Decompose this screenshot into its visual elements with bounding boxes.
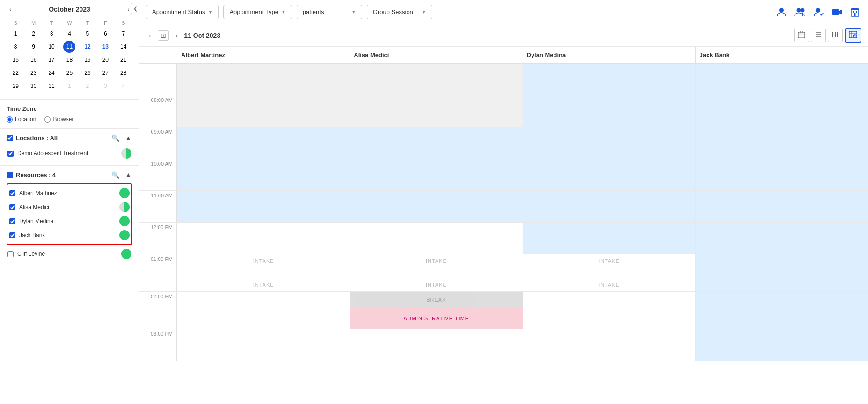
- group-session-dropdown[interactable]: Group Session ▼: [367, 5, 432, 19]
- schedule-cell[interactable]: [695, 254, 868, 291]
- cal-prev-btn[interactable]: ‹: [7, 5, 15, 14]
- cal-day[interactable]: 10: [45, 41, 58, 53]
- cal-day[interactable]: 21: [117, 54, 130, 66]
- schedule-cell[interactable]: [177, 329, 350, 361]
- schedule-cell[interactable]: INTAKE INTAKE: [177, 254, 350, 291]
- resource-checkbox-dylan[interactable]: [9, 218, 15, 224]
- schedule-cell[interactable]: [695, 64, 868, 95]
- cal-day[interactable]: 6: [99, 28, 111, 40]
- resource-checkbox-jack[interactable]: [9, 232, 15, 238]
- video-btn[interactable]: [830, 6, 845, 18]
- location-checkbox[interactable]: [7, 151, 14, 157]
- view-calendar-btn[interactable]: [794, 29, 809, 42]
- schedule-cell[interactable]: [177, 191, 350, 222]
- schedule-cell[interactable]: [177, 95, 350, 127]
- cal-day[interactable]: 1: [9, 28, 22, 40]
- schedule-cell[interactable]: [350, 191, 522, 222]
- cal-day-today[interactable]: 11: [63, 41, 75, 53]
- cal-day[interactable]: 12: [81, 41, 94, 53]
- resources-search-btn[interactable]: 🔍: [110, 170, 120, 180]
- cal-day[interactable]: 29: [9, 80, 22, 92]
- cal-day[interactable]: 7: [117, 28, 130, 40]
- multi-user-btn[interactable]: [792, 6, 808, 19]
- building-btn[interactable]: [848, 6, 861, 19]
- schedule-cell[interactable]: INTAKE INTAKE: [350, 254, 522, 291]
- schedule-cell[interactable]: INTAKE INTAKE: [523, 254, 695, 291]
- cal-day[interactable]: 19: [81, 54, 94, 66]
- schedule-cell[interactable]: [177, 64, 350, 95]
- view-columns-btn[interactable]: [828, 29, 843, 42]
- schedule-cell[interactable]: [695, 191, 868, 222]
- schedule-grid-btn[interactable]: ⊞: [158, 30, 169, 41]
- cal-day[interactable]: 5: [81, 28, 94, 40]
- cal-day[interactable]: 24: [45, 67, 58, 79]
- cal-day[interactable]: 25: [63, 67, 75, 79]
- single-user-btn[interactable]: [774, 6, 788, 19]
- user-check-btn[interactable]: [812, 6, 826, 19]
- cal-day[interactable]: 17: [45, 54, 58, 66]
- schedule-cell[interactable]: [523, 329, 695, 361]
- schedule-cell[interactable]: [695, 127, 868, 159]
- cal-day[interactable]: 4: [63, 28, 75, 40]
- schedule-cell[interactable]: [523, 159, 695, 190]
- schedule-cell[interactable]: [523, 191, 695, 222]
- cal-day[interactable]: 28: [117, 67, 130, 79]
- cal-day[interactable]: 13: [99, 41, 111, 53]
- appointment-status-dropdown[interactable]: Appointment Status ▼: [146, 5, 219, 19]
- cal-day-other[interactable]: 4: [117, 80, 130, 92]
- schedule-cell[interactable]: [695, 292, 868, 329]
- cal-day[interactable]: 14: [117, 41, 130, 53]
- resource-checkbox-albert[interactable]: [9, 190, 15, 196]
- schedule-cell[interactable]: [523, 95, 695, 127]
- timezone-location-option[interactable]: Location: [7, 116, 36, 123]
- cal-day[interactable]: 30: [28, 80, 40, 92]
- schedule-prev-btn[interactable]: ‹: [146, 31, 154, 40]
- schedule-cell[interactable]: [177, 127, 350, 159]
- schedule-cell[interactable]: [695, 223, 868, 254]
- schedule-cell[interactable]: [350, 329, 522, 361]
- schedule-cell[interactable]: [523, 64, 695, 95]
- locations-search-btn[interactable]: 🔍: [110, 133, 120, 143]
- schedule-cell[interactable]: [695, 95, 868, 127]
- view-list-btn[interactable]: [811, 29, 826, 42]
- view-schedule-btn[interactable]: [845, 28, 861, 43]
- cal-day[interactable]: 3: [45, 28, 58, 40]
- schedule-cell[interactable]: [177, 159, 350, 190]
- schedule-cell[interactable]: [523, 127, 695, 159]
- timezone-browser-option[interactable]: Browser: [44, 116, 73, 123]
- schedule-next-btn[interactable]: ›: [173, 31, 181, 40]
- schedule-cell[interactable]: [350, 64, 522, 95]
- schedule-cell[interactable]: [350, 95, 522, 127]
- schedule-cell[interactable]: [695, 159, 868, 190]
- cal-day[interactable]: 8: [9, 41, 22, 53]
- cal-day[interactable]: 9: [28, 41, 40, 53]
- schedule-cell[interactable]: [177, 292, 350, 329]
- timezone-location-radio[interactable]: [7, 116, 13, 123]
- timezone-browser-radio[interactable]: [44, 116, 51, 123]
- schedule-cell[interactable]: [523, 223, 695, 254]
- schedule-cell[interactable]: [523, 292, 695, 329]
- appointment-type-dropdown[interactable]: Appointment Type ▼: [223, 5, 292, 19]
- cal-day[interactable]: 31: [45, 80, 58, 92]
- cal-day[interactable]: 27: [99, 67, 111, 79]
- locations-collapse-btn[interactable]: ▲: [124, 133, 132, 143]
- resource-checkbox-alisa[interactable]: [9, 204, 15, 210]
- schedule-cell[interactable]: [695, 329, 868, 361]
- cal-day-other[interactable]: 1: [63, 80, 75, 92]
- cal-day-other[interactable]: 2: [81, 80, 94, 92]
- cal-day[interactable]: 20: [99, 54, 111, 66]
- cal-day-other[interactable]: 3: [99, 80, 111, 92]
- patients-dropdown[interactable]: patients ▼: [297, 5, 362, 19]
- schedule-cell[interactable]: [177, 223, 350, 254]
- schedule-cell[interactable]: [350, 223, 522, 254]
- schedule-cell[interactable]: [350, 159, 522, 190]
- schedule-cell-alisa-break[interactable]: BREAK ADMINISTRATIVE TIME: [350, 292, 522, 329]
- cal-day[interactable]: 23: [28, 67, 40, 79]
- cal-day[interactable]: 26: [81, 67, 94, 79]
- cal-day[interactable]: 15: [9, 54, 22, 66]
- schedule-cell[interactable]: [350, 127, 522, 159]
- locations-all-checkbox[interactable]: [7, 135, 13, 141]
- cal-day[interactable]: 2: [28, 28, 40, 40]
- cal-day[interactable]: 22: [9, 67, 22, 79]
- resource-checkbox-cliff[interactable]: [7, 251, 14, 257]
